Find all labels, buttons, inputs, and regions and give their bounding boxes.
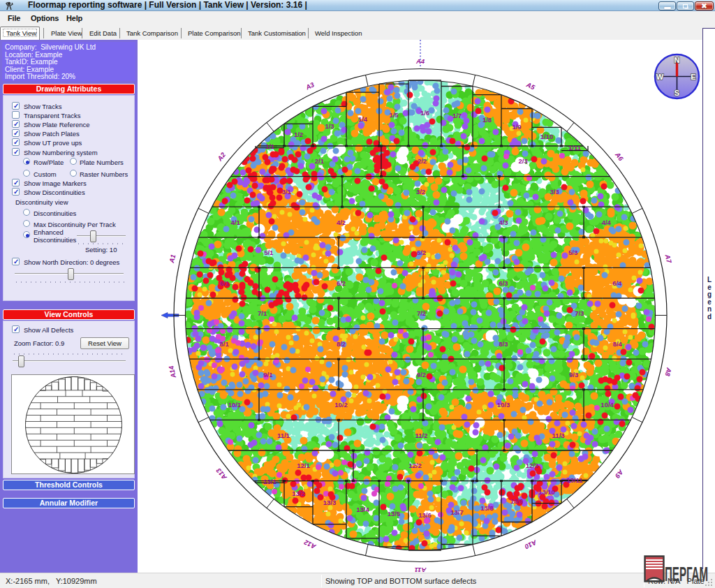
svg-text:3/3: 3/3 bbox=[550, 188, 559, 196]
svg-text:6/4: 6/4 bbox=[612, 279, 622, 287]
svg-text:A7: A7 bbox=[663, 253, 673, 264]
svg-text:2/2: 2/2 bbox=[418, 157, 427, 165]
svg-text:A6: A6 bbox=[613, 150, 625, 163]
svg-text:11/3: 11/3 bbox=[552, 432, 565, 439]
svg-text:13/3: 13/3 bbox=[323, 499, 337, 506]
svg-text:1/4: 1/4 bbox=[358, 115, 368, 123]
svg-text:1/2: 1/2 bbox=[294, 131, 303, 138]
svg-text:13/1: 13/1 bbox=[263, 478, 277, 485]
svg-text:9/1: 9/1 bbox=[263, 371, 273, 378]
svg-text:A10: A10 bbox=[523, 538, 538, 551]
svg-text:ПЕРГАМ: ПЕРГАМ bbox=[665, 563, 708, 585]
svg-text:4/2: 4/2 bbox=[337, 219, 346, 226]
svg-text:7/2: 7/2 bbox=[417, 309, 426, 317]
svg-text:11/1: 11/1 bbox=[277, 432, 290, 439]
svg-text:1/8: 1/8 bbox=[482, 116, 492, 124]
svg-text:13/5: 13/5 bbox=[388, 510, 401, 517]
svg-text:1/9: 1/9 bbox=[512, 123, 521, 131]
svg-text:12/2: 12/2 bbox=[408, 462, 422, 469]
svg-text:5/2: 5/2 bbox=[417, 249, 426, 256]
svg-text:6/3: 6/3 bbox=[499, 279, 508, 287]
svg-text:4/4: 4/4 bbox=[602, 219, 612, 226]
svg-text:5/1: 5/1 bbox=[264, 249, 274, 256]
svg-text:A9: A9 bbox=[613, 468, 625, 480]
svg-text:9/3: 9/3 bbox=[569, 371, 578, 378]
svg-text:12/1: 12/1 bbox=[297, 462, 310, 469]
svg-text:13/2: 13/2 bbox=[292, 490, 305, 497]
svg-text:A3: A3 bbox=[304, 80, 316, 91]
svg-text:4/1: 4/1 bbox=[231, 219, 241, 226]
svg-text:7/1: 7/1 bbox=[258, 309, 267, 317]
svg-text:A8: A8 bbox=[664, 366, 674, 377]
svg-text:13/11: 13/11 bbox=[566, 476, 583, 484]
svg-text:A4: A4 bbox=[415, 57, 425, 65]
svg-text:3/1: 3/1 bbox=[282, 188, 292, 196]
svg-text:8/3: 8/3 bbox=[499, 340, 508, 348]
svg-text:A14: A14 bbox=[167, 365, 177, 379]
svg-text:8/2: 8/2 bbox=[337, 340, 346, 348]
svg-text:A13: A13 bbox=[214, 466, 229, 482]
svg-text:W: W bbox=[656, 73, 664, 81]
svg-text:12/3: 12/3 bbox=[526, 462, 539, 469]
svg-text:A1: A1 bbox=[168, 253, 177, 264]
svg-text:10/3: 10/3 bbox=[497, 401, 510, 409]
svg-text:6/1: 6/1 bbox=[220, 279, 230, 287]
svg-text:5/3: 5/3 bbox=[568, 249, 577, 256]
svg-text:1/11: 1/11 bbox=[568, 144, 582, 152]
svg-text:10/1: 10/1 bbox=[228, 401, 242, 409]
svg-text:1/5: 1/5 bbox=[389, 111, 399, 119]
svg-text:13/9: 13/9 bbox=[510, 497, 524, 505]
svg-text:7/3: 7/3 bbox=[575, 309, 584, 317]
svg-text:13/7: 13/7 bbox=[450, 508, 464, 516]
svg-text:N: N bbox=[675, 56, 680, 64]
svg-text:10/2: 10/2 bbox=[334, 401, 348, 409]
svg-text:2/3: 2/3 bbox=[518, 157, 527, 165]
svg-text:3/2: 3/2 bbox=[416, 188, 425, 196]
svg-text:1/3: 1/3 bbox=[325, 122, 334, 130]
svg-text:8/1: 8/1 bbox=[220, 340, 230, 348]
svg-text:6/2: 6/2 bbox=[337, 279, 346, 287]
svg-text:13/6: 13/6 bbox=[418, 511, 432, 519]
svg-text:2/1: 2/1 bbox=[315, 157, 325, 165]
svg-text:1/6: 1/6 bbox=[420, 109, 429, 117]
svg-text:A5: A5 bbox=[524, 80, 536, 91]
svg-text:1/7: 1/7 bbox=[452, 112, 462, 119]
svg-text:13/10: 13/10 bbox=[538, 488, 555, 496]
svg-text:13/8: 13/8 bbox=[480, 504, 494, 512]
svg-text:11/2: 11/2 bbox=[415, 432, 428, 439]
svg-text:1/10: 1/10 bbox=[540, 133, 554, 140]
svg-text:9/2: 9/2 bbox=[417, 371, 426, 378]
svg-text:E: E bbox=[691, 73, 695, 81]
svg-text:A12: A12 bbox=[302, 538, 318, 551]
svg-text:8/4: 8/4 bbox=[613, 340, 623, 348]
svg-text:A2: A2 bbox=[215, 150, 227, 163]
svg-text:1/1: 1/1 bbox=[265, 142, 275, 150]
svg-text:13/4: 13/4 bbox=[356, 506, 369, 513]
svg-text:S: S bbox=[675, 89, 679, 97]
svg-text:10/4: 10/4 bbox=[600, 401, 614, 409]
svg-text:4/3: 4/3 bbox=[499, 219, 508, 226]
